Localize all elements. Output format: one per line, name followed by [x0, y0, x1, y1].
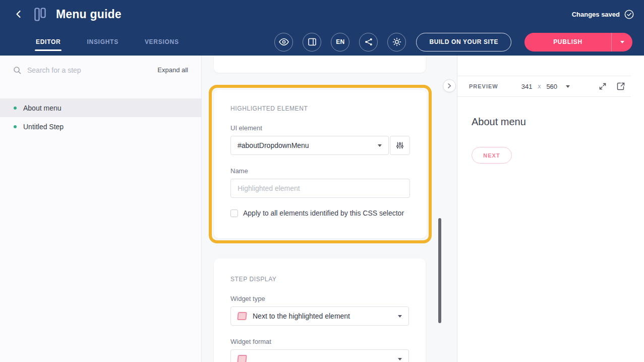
expand-all-link[interactable]: Expand all — [157, 66, 188, 74]
preview-eye-button[interactable] — [274, 33, 293, 51]
apply-all-checkbox[interactable] — [230, 210, 238, 217]
header-title-row: Menu guide Changes saved — [0, 0, 644, 28]
preview-height-value: 560 — [546, 83, 557, 90]
sliders-icon — [396, 141, 404, 149]
chevron-down-icon — [566, 85, 570, 88]
language-code: EN — [336, 38, 344, 45]
preview-size-separator: x — [538, 83, 541, 90]
build-on-your-site-button[interactable]: BUILD ON YOUR SITE — [416, 33, 511, 51]
ui-element-value: #aboutDropdownMenu — [238, 141, 309, 149]
preview-body: About menu NEXT — [457, 97, 644, 183]
top-header: Menu guide Changes saved EDITOR INSIGHTS… — [0, 0, 644, 56]
step-search-row: Expand all — [0, 56, 201, 84]
preview-header-actions — [599, 82, 631, 90]
element-name-input[interactable] — [230, 179, 410, 198]
preview-width-value: 341 — [521, 83, 533, 90]
selector-settings-button[interactable] — [390, 136, 410, 155]
step-display-card: STEP DISPLAY Widget type Next to the hig… — [214, 258, 426, 362]
preview-step-title: About menu — [472, 116, 630, 128]
chevron-down-icon — [378, 144, 382, 147]
gear-icon — [392, 37, 401, 46]
publish-split-button: PUBLISH — [524, 33, 632, 51]
share-icon — [365, 38, 373, 46]
search-icon — [13, 66, 21, 74]
share-button[interactable] — [359, 33, 378, 51]
widget-type-value: Next to the highlighted element — [253, 312, 350, 320]
widget-note-icon — [237, 355, 247, 362]
highlighted-element-card: HIGHLIGHTED ELEMENT UI element #aboutDro… — [214, 90, 427, 238]
step-status-dot — [14, 107, 17, 110]
layout-button[interactable] — [303, 33, 321, 51]
editor-scrollbar-thumb[interactable] — [438, 218, 441, 323]
tab-versions[interactable]: VERSIONS — [145, 28, 179, 56]
widget-note-icon — [237, 312, 247, 320]
chevron-down-icon — [398, 315, 402, 318]
step-label: Untitled Step — [23, 123, 64, 131]
preview-size-select[interactable]: 341 x 560 — [521, 83, 570, 90]
step-editor-area: HIGHLIGHTED ELEMENT UI element #aboutDro… — [202, 56, 457, 362]
publish-button[interactable]: PUBLISH — [524, 33, 611, 51]
apply-all-row: Apply to all elements identified by this… — [230, 209, 410, 217]
ui-element-label: UI element — [230, 124, 410, 132]
check-circle-icon — [624, 10, 634, 19]
language-button[interactable]: EN — [331, 33, 349, 51]
chevron-down-icon — [620, 41, 624, 43]
layout-panel-icon — [308, 38, 316, 46]
step-status-dot — [14, 125, 17, 128]
guide-title: Menu guide — [56, 8, 122, 21]
preview-panel: PREVIEW 341 x 560 — [457, 56, 644, 362]
back-chevron-icon — [14, 10, 23, 19]
preview-header: PREVIEW 341 x 560 — [457, 76, 631, 97]
open-in-new-button[interactable] — [617, 82, 625, 90]
previous-settings-card — [214, 56, 426, 73]
highlighted-section-ring: HIGHLIGHTED ELEMENT UI element #aboutDro… — [209, 85, 432, 243]
publish-dropdown-button[interactable] — [611, 33, 632, 51]
changes-saved-status: Changes saved — [572, 10, 634, 19]
widget-type-select[interactable]: Next to the highlighted element — [230, 306, 409, 326]
back-button[interactable] — [13, 9, 24, 20]
eye-icon — [279, 38, 289, 45]
steps-sidebar: Expand all About menu Untitled Step — [0, 56, 202, 362]
header-tabs: EDITOR INSIGHTS VERSIONS — [36, 28, 179, 56]
step-label: About menu — [23, 104, 62, 112]
chevron-right-icon — [447, 83, 452, 88]
name-label: Name — [230, 167, 410, 175]
tab-editor[interactable]: EDITOR — [36, 28, 61, 56]
tab-insights[interactable]: INSIGHTS — [87, 28, 118, 56]
app-window: Menu guide Changes saved EDITOR INSIGHTS… — [0, 0, 644, 362]
step-item-about-menu[interactable]: About menu — [0, 98, 201, 117]
changes-saved-label: Changes saved — [572, 11, 620, 18]
section-title-step-display: STEP DISPLAY — [230, 276, 409, 283]
preview-label: PREVIEW — [469, 83, 498, 89]
chevron-down-icon — [398, 358, 402, 360]
preview-next-button[interactable]: NEXT — [472, 147, 512, 164]
open-in-new-icon — [617, 82, 625, 90]
fullscreen-button[interactable] — [599, 82, 607, 90]
step-list: About menu Untitled Step — [0, 98, 201, 136]
settings-button[interactable] — [387, 33, 406, 51]
ui-element-row: #aboutDropdownMenu — [230, 136, 410, 155]
header-actions: EN — [274, 33, 632, 51]
ui-element-select[interactable]: #aboutDropdownMenu — [230, 136, 389, 155]
header-tools-row: EDITOR INSIGHTS VERSIONS — [0, 28, 644, 56]
widget-format-select[interactable] — [230, 349, 409, 362]
widget-format-label: Widget format — [230, 338, 409, 345]
expand-icon — [599, 82, 607, 90]
apply-all-label: Apply to all elements identified by this… — [243, 209, 404, 217]
widget-type-label: Widget type — [230, 295, 409, 302]
main-body: Expand all About menu Untitled Step HIGH… — [0, 56, 644, 362]
guide-boards-icon — [34, 8, 49, 21]
section-title-highlighted-element: HIGHLIGHTED ELEMENT — [230, 105, 410, 112]
collapse-preview-button[interactable] — [443, 79, 456, 92]
step-search-input[interactable] — [27, 66, 151, 74]
step-item-untitled-step[interactable]: Untitled Step — [0, 117, 201, 136]
